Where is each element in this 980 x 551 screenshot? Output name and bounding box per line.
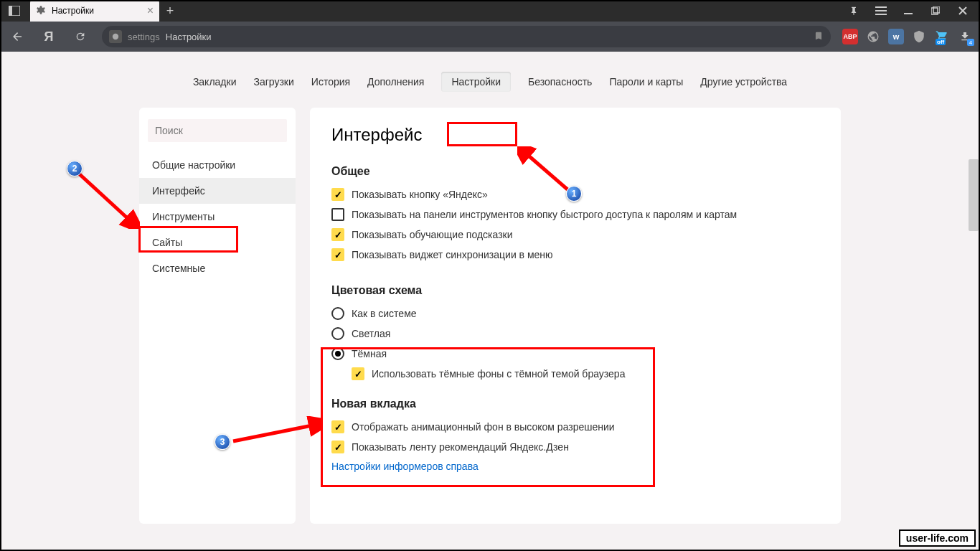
svg-rect-2 [875,6,887,8]
cart-icon[interactable]: off [934,29,950,44]
minimize-button[interactable] [900,2,917,19]
pin-icon[interactable] [845,2,862,19]
sidebar-item-tools[interactable]: Инструменты [139,204,296,230]
sidebar-item-sites[interactable]: Сайты [139,230,296,255]
browser-navbar: Я settings Настройки ABP w off 4 [0,22,980,52]
radio-light[interactable] [331,327,344,340]
tab-passwords[interactable]: Пароли и карты [609,76,683,88]
adblock-icon[interactable]: ABP [842,29,858,44]
checkbox-sync-widget[interactable] [331,248,344,261]
annotation-marker-1: 1 [566,186,582,202]
page-title: Интерфейс [331,125,819,145]
tab-devices[interactable]: Другие устройства [700,76,787,88]
site-icon [109,30,122,43]
settings-main-panel: Интерфейс Общее Показывать кнопку «Яндек… [310,108,841,524]
back-button[interactable] [7,27,27,47]
sidebar-item-system[interactable]: Системные [139,255,296,281]
informers-link[interactable]: Настройки информеров справа [331,461,819,472]
tab-downloads[interactable]: Загрузки [253,76,293,88]
settings-top-tabs: Закладки Загрузки История Дополнения Нас… [0,52,980,108]
svg-rect-1 [9,6,12,16]
checkbox-zen[interactable] [331,441,344,453]
option-label: Показывать кнопку «Яндекс» [352,189,488,200]
watermark: user-life.com [899,529,976,547]
annotation-marker-2: 2 [67,161,83,176]
svg-rect-3 [875,10,887,11]
reload-button[interactable] [70,27,90,47]
yandex-home-button[interactable]: Я [39,27,59,47]
window-titlebar: Настройки × + [0,0,980,22]
option-label: Как в системе [352,308,417,319]
close-icon[interactable]: × [147,4,154,17]
radio-dark[interactable] [331,347,344,360]
address-text: Настройки [166,32,212,42]
address-bar[interactable]: settings Настройки [102,26,831,47]
section-newtab-title: Новая вкладка [331,397,819,410]
option-label: Показывать виджет синхронизации в меню [352,249,553,260]
checkbox-hints[interactable] [331,228,344,241]
sidebar-item-general[interactable]: Общие настройки [139,152,296,178]
tab-bookmarks[interactable]: Закладки [193,76,237,88]
option-label: Показывать ленту рекомендаций Яндекс.Дзе… [352,441,569,453]
checkbox-passwords-button[interactable] [331,208,344,221]
option-label: Отображать анимационный фон в высоком ра… [352,421,615,433]
search-input[interactable] [148,119,287,142]
bookmark-icon[interactable] [814,31,824,43]
browser-tab[interactable]: Настройки × [30,0,159,22]
option-label: Использовать тёмные фоны с тёмной темой … [372,368,625,380]
section-color-title: Цветовая схема [331,284,819,297]
checkbox-yandex-button[interactable] [331,188,344,201]
svg-rect-4 [875,14,887,15]
menu-icon[interactable] [872,2,890,19]
close-button[interactable] [954,2,971,19]
section-general-title: Общее [331,165,819,178]
scrollbar[interactable] [969,159,979,231]
annotation-marker-3: 3 [215,434,230,450]
new-tab-button[interactable]: + [159,0,181,22]
option-label: Светлая [352,328,390,339]
sidebar-toggle-icon[interactable] [0,0,29,22]
vk-icon[interactable]: w [888,29,904,44]
option-label: Показывать на панели инструментов кнопку… [352,209,737,220]
option-label: Показывать обучающие подсказки [352,229,513,240]
sidebar-item-interface[interactable]: Интерфейс [139,178,296,204]
tab-title: Настройки [52,6,94,16]
checkbox-anim-bg[interactable] [331,420,344,433]
settings-sidebar: Общие настройки Интерфейс Инструменты Са… [139,108,296,524]
download-button[interactable]: 4 [957,29,973,44]
tab-extensions[interactable]: Дополнения [367,76,424,88]
checkbox-dark-backgrounds[interactable] [352,367,364,380]
gear-icon [36,5,46,17]
option-label: Тёмная [352,348,387,359]
radio-system[interactable] [331,307,344,320]
maximize-button[interactable] [927,2,944,19]
globe-icon[interactable] [865,29,881,44]
svg-rect-5 [904,13,913,14]
address-prefix: settings [128,32,160,42]
tab-security[interactable]: Безопасность [528,76,592,88]
shield-icon[interactable] [911,29,927,44]
tab-history[interactable]: История [311,76,350,88]
tab-settings[interactable]: Настройки [441,72,511,92]
